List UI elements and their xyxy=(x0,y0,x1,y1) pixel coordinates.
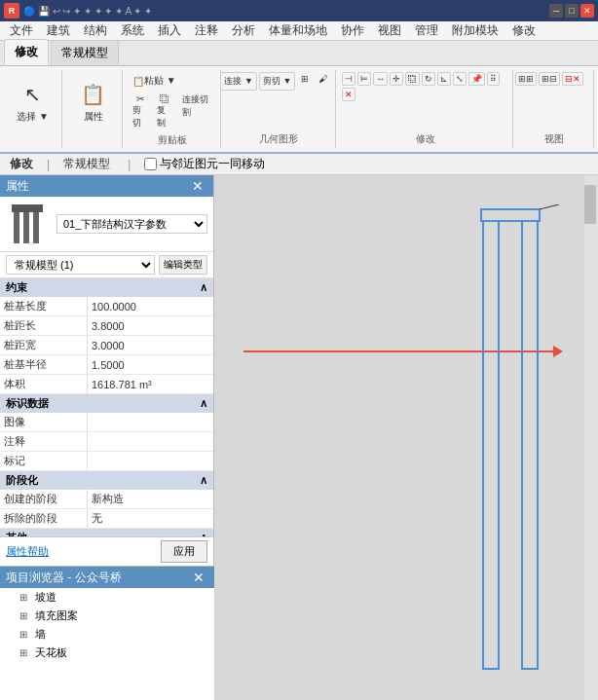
properties-panel: 属性 ✕ 01_下部结构汉字参数 常规模型 (1) 编辑类 xyxy=(0,175,214,566)
svg-rect-5 xyxy=(483,221,499,669)
copy-label: 复制 xyxy=(157,104,171,129)
prop-label-pile-span-wide: 桩距宽 xyxy=(0,336,88,354)
prop-value-phase-created: 新构造 xyxy=(88,490,213,508)
array-button[interactable]: ⠿ xyxy=(487,72,500,86)
project-browser-close[interactable]: ✕ xyxy=(189,570,208,585)
prop-label-comment: 注释 xyxy=(0,432,88,451)
svg-rect-4 xyxy=(481,209,540,221)
svg-rect-3 xyxy=(12,204,43,212)
paste-button[interactable]: 📋 粘贴 ▼ xyxy=(129,72,216,90)
modify-group-label: 修改 xyxy=(416,130,435,146)
select-button[interactable]: ↖ 选择 ▼ xyxy=(12,72,55,130)
move-with-nearby-label: 与邻近图元一同移动 xyxy=(160,156,265,172)
apply-button[interactable]: 应用 xyxy=(161,540,207,563)
minimize-button[interactable]: ─ xyxy=(549,4,563,18)
menu-file[interactable]: 文件 xyxy=(4,20,39,41)
project-browser-title: 项目浏览器 - 公众号桥 xyxy=(6,570,122,586)
wall-connect-button[interactable]: ⊞ xyxy=(297,72,313,91)
app-logo: R xyxy=(4,3,19,18)
canvas-area[interactable] xyxy=(214,175,598,700)
cut-geometry-button[interactable]: 剪切 ▼ xyxy=(259,72,295,91)
align-button[interactable]: ⊣ xyxy=(342,72,355,86)
tree-item-slope[interactable]: ⊞ 坡道 xyxy=(0,588,214,607)
prop-row-mark: 标记 xyxy=(0,452,213,471)
menu-massing[interactable]: 体量和场地 xyxy=(263,20,333,41)
copy2-button[interactable]: ⿻ xyxy=(405,72,420,86)
modify-bar-modify[interactable]: 修改 xyxy=(6,155,37,173)
connect-button[interactable]: 连接 ▼ xyxy=(220,72,256,91)
tree-item-wall[interactable]: ⊞ 墙 xyxy=(0,625,214,644)
prop-label-pile-length: 桩基长度 xyxy=(0,297,88,315)
connect-cut-button[interactable]: 连接切割 xyxy=(178,92,216,131)
properties-help-link[interactable]: 属性帮助 xyxy=(6,544,49,559)
tab-generic-model[interactable]: 常规模型 xyxy=(51,40,119,65)
move-button[interactable]: ✛ xyxy=(390,72,403,86)
pin-button[interactable]: 📌 xyxy=(468,72,485,86)
tree-item-fill-pattern[interactable]: ⊞ 填充图案 xyxy=(0,607,214,625)
vertical-scrollbar[interactable] xyxy=(584,175,598,700)
menu-structure[interactable]: 结构 xyxy=(78,20,113,41)
delete-button[interactable]: ✕ xyxy=(342,88,355,101)
close-button[interactable]: ✕ xyxy=(580,4,594,18)
section-other[interactable]: 其他 ∧ xyxy=(0,529,213,536)
section-constraints[interactable]: 约束 ∧ xyxy=(0,278,213,297)
copy-button[interactable]: ⿻ 复制 xyxy=(153,92,175,131)
prop-value-pile-radius: 1.5000 xyxy=(88,355,213,374)
rotate-button[interactable]: ↻ xyxy=(422,72,435,86)
prop-value-image xyxy=(88,413,213,431)
project-browser-header: 项目浏览器 - 公众号桥 ✕ xyxy=(0,567,214,588)
tree-item-ceiling[interactable]: ⊞ 天花板 xyxy=(0,644,214,662)
element-preview-icon xyxy=(6,203,49,245)
element-name-select[interactable]: 01_下部结构汉字参数 xyxy=(56,214,207,234)
mirror-button[interactable]: ↔ xyxy=(373,72,388,86)
window-controls[interactable]: ─ □ ✕ xyxy=(549,4,594,18)
move-with-nearby-checkbox[interactable]: 与邻近图元一同移动 xyxy=(144,156,265,172)
type-dropdown[interactable]: 常规模型 (1) xyxy=(6,255,155,275)
menu-systems[interactable]: 系统 xyxy=(115,20,150,41)
view-btn2[interactable]: ⊞⊟ xyxy=(539,72,560,86)
prop-row-phase-created: 创建的阶段 新构造 xyxy=(0,490,213,509)
prop-row-image: 图像 xyxy=(0,413,213,432)
prop-label-pile-radius: 桩基半径 xyxy=(0,355,88,374)
expand-icon-slope: ⊞ xyxy=(19,592,31,603)
move-with-nearby-check[interactable] xyxy=(144,158,157,170)
main-layout: 属性 ✕ 01_下部结构汉字参数 常规模型 (1) 编辑类 xyxy=(0,175,598,700)
view-btn3[interactable]: ⊟✕ xyxy=(562,72,583,86)
menu-architecture[interactable]: 建筑 xyxy=(41,20,76,41)
scrollbar-thumb[interactable] xyxy=(584,185,596,224)
menu-insert[interactable]: 插入 xyxy=(152,20,187,41)
maximize-button[interactable]: □ xyxy=(565,4,579,18)
section-identity[interactable]: 标识数据 ∧ xyxy=(0,394,213,413)
section-phasing[interactable]: 阶段化 ∧ xyxy=(0,471,213,490)
edit-type-button[interactable]: 编辑类型 xyxy=(159,255,207,275)
menu-addins[interactable]: 附加模块 xyxy=(446,20,505,41)
project-tree: ⊞ 坡道 ⊞ 填充图案 ⊞ 墙 ⊞ 天花板 xyxy=(0,588,214,700)
prop-value-phase-demolished: 无 xyxy=(88,509,213,528)
menu-annotate[interactable]: 注释 xyxy=(189,20,224,41)
menu-analyze[interactable]: 分析 xyxy=(226,20,261,41)
modify-bar-generic-model[interactable]: 常规模型 xyxy=(59,155,114,173)
tab-modify[interactable]: 修改 xyxy=(4,39,49,65)
quick-access-toolbar: 🔵 💾 ↩ ↪ ✦ ✦ ✦ ✦ ✦ A ✦ ✦ xyxy=(23,6,152,17)
copy-icon: ⿻ xyxy=(160,93,169,104)
ribbon-group-view: ⊞⊞ ⊞⊟ ⊟✕ 视图 xyxy=(515,70,594,148)
offset-button[interactable]: ⊨ xyxy=(357,72,371,86)
element-preview: 01_下部结构汉字参数 xyxy=(0,197,213,252)
trim-button[interactable]: ⊾ xyxy=(437,72,451,86)
modify-bar: 修改 | 常规模型 | 与邻近图元一同移动 xyxy=(0,154,598,175)
properties-panel-close[interactable]: ✕ xyxy=(188,178,207,194)
view-btn1[interactable]: ⊞⊞ xyxy=(515,72,537,86)
paintbrush-button[interactable]: 🖌 xyxy=(315,72,331,91)
geometry-label: 几何图形 xyxy=(259,130,298,146)
pile-illustration xyxy=(462,204,559,691)
menu-manage[interactable]: 管理 xyxy=(409,20,444,41)
menu-collaborate[interactable]: 协作 xyxy=(335,20,370,41)
prop-label-phase-created: 创建的阶段 xyxy=(0,490,88,508)
scale-button[interactable]: ⤡ xyxy=(453,72,467,86)
menu-view[interactable]: 视图 xyxy=(372,20,407,41)
ribbon-group-properties: 📋 属性 xyxy=(64,70,123,148)
type-selector: 常规模型 (1) 编辑类型 xyxy=(0,252,213,278)
cut-button[interactable]: ✂ 剪切 xyxy=(129,92,151,131)
properties-button[interactable]: 📋 属性 xyxy=(72,72,115,130)
menu-modify[interactable]: 修改 xyxy=(506,20,542,41)
